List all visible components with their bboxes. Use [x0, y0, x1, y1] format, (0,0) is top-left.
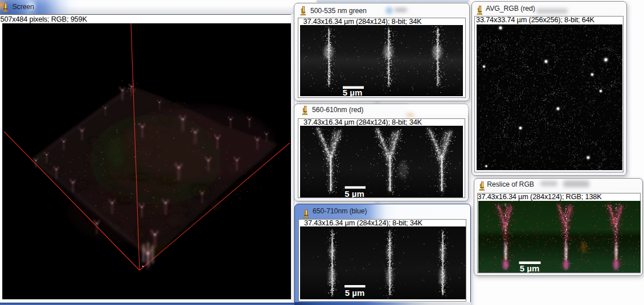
svg-text:5 µm: 5 µm	[519, 263, 539, 273]
svg-text:5 µm: 5 µm	[342, 88, 362, 96]
svg-text:5 µm: 5 µm	[345, 287, 365, 297]
svg-text:5 µm: 5 µm	[344, 189, 364, 197]
